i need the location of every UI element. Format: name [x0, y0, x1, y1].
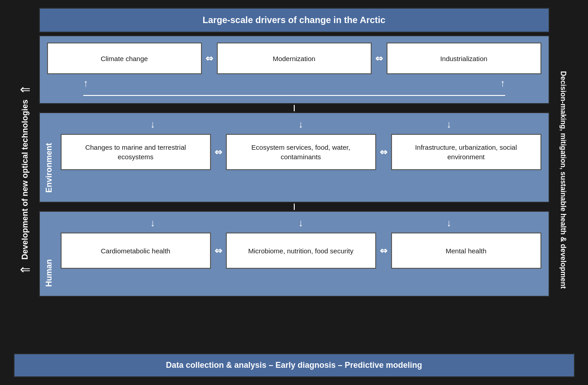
v-connector-2 — [39, 204, 550, 210]
env-h-arrow-2: ⇔ — [380, 147, 387, 157]
microbiome-box: Microbiome, nutrition, food security — [226, 233, 376, 269]
span-line — [83, 95, 505, 96]
h-arrow-2: ⇔ — [375, 53, 383, 64]
human-boxes-row: Cardiometabolic health ⇔ Microbiome, nut… — [61, 233, 541, 269]
up-arrow-right: ↓ — [500, 80, 505, 90]
left-sidebar: ⇐ Development of new optical technologie… — [14, 8, 37, 352]
env-down-arrow-3: ↓ — [446, 119, 451, 129]
marine-ecosystems-box: Changes to marine and terrestrial ecosys… — [61, 134, 211, 170]
environment-section: Environment ↓ ↓ ↓ Changes to marine and … — [39, 112, 550, 203]
cardiometabolic-box: Cardiometabolic health — [61, 233, 211, 269]
human-down-arrow-2: ↓ — [298, 218, 303, 228]
v-line-1 — [294, 105, 295, 111]
left-sidebar-label: Development of new optical technologies — [20, 100, 30, 260]
human-label: Human — [44, 259, 54, 287]
v-line-2 — [294, 204, 295, 210]
climate-change-box: Climate change — [47, 43, 202, 74]
environment-boxes-row: Changes to marine and terrestrial ecosys… — [61, 134, 541, 170]
right-sidebar-label: Decision-making, mitigation, sustainable… — [558, 71, 568, 289]
ecosystem-services-box: Ecosystem services, food, water, contami… — [226, 134, 376, 170]
human-down-arrow-1: ↓ — [150, 218, 155, 228]
outer-wrapper: ⇐ Development of new optical technologie… — [9, 7, 579, 378]
env-down-arrows: ↓ ↓ ↓ — [61, 119, 541, 129]
h-arrow-1: ⇔ — [206, 53, 213, 64]
human-h-arrow-2: ⇔ — [380, 245, 387, 256]
v-connector-1 — [39, 105, 550, 111]
modernization-box: Modernization — [217, 43, 372, 74]
human-down-arrow-3: ↓ — [446, 218, 451, 228]
environment-content: ↓ ↓ ↓ Changes to marine and terrestrial … — [61, 119, 541, 170]
drivers-content: Climate change ⇔ Modernization ⇔ Industr… — [47, 43, 541, 96]
left-arrow-bottom: ⇐ — [20, 263, 30, 276]
industrialization-box: Industrialization — [387, 43, 541, 74]
center-content: Large-scale drivers of change in the Arc… — [39, 8, 550, 352]
left-arrow-top: ⇐ — [20, 83, 30, 96]
human-down-arrows: ↓ ↓ ↓ — [61, 218, 541, 228]
env-h-arrow-1: ⇔ — [215, 147, 222, 157]
environment-label: Environment — [44, 143, 54, 193]
drivers-boxes-row: Climate change ⇔ Modernization ⇔ Industr… — [47, 43, 541, 74]
human-h-arrow-1: ⇔ — [215, 245, 222, 256]
env-down-arrow-2: ↓ — [298, 119, 303, 129]
env-down-arrow-1: ↓ — [150, 119, 155, 129]
drivers-up-arrows: ↓ ↓ — [47, 79, 541, 90]
main-layout: ⇐ Development of new optical technologie… — [14, 8, 575, 352]
human-content: ↓ ↓ ↓ Cardiometabolic health ⇔ Microbiom… — [61, 218, 541, 269]
main-title: Large-scale drivers of change in the Arc… — [39, 8, 550, 33]
infrastructure-box: Infrastructure, urbanization, social env… — [391, 134, 541, 170]
human-section: Human ↓ ↓ ↓ Cardiometabolic health ⇔ Mic… — [39, 211, 550, 297]
drivers-section: Climate change ⇔ Modernization ⇔ Industr… — [39, 35, 550, 104]
up-arrow-left: ↓ — [83, 80, 88, 90]
mental-health-box: Mental health — [391, 233, 541, 269]
right-sidebar: Decision-making, mitigation, sustainable… — [551, 8, 575, 352]
footer: Data collection & analysis – Early diagn… — [14, 353, 575, 377]
